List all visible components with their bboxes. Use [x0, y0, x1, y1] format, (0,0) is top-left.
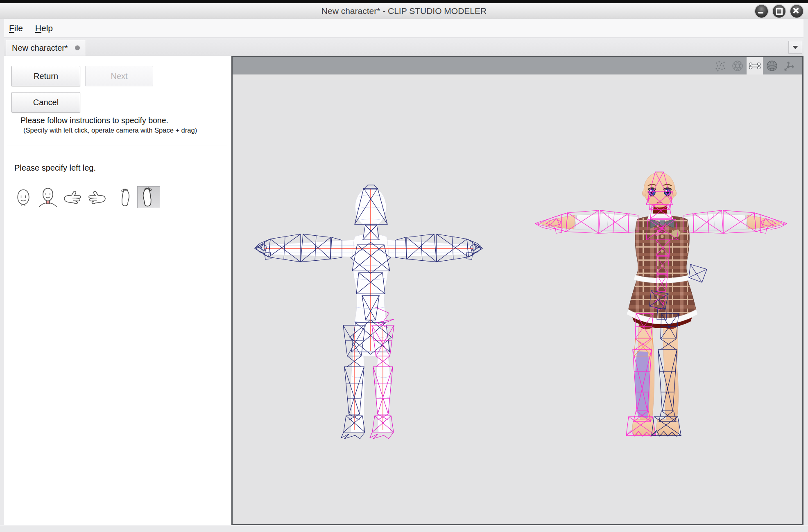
current-step-text: Please specify left leg.	[14, 163, 96, 173]
window-title: New character* - CLIP STUDIO MODELER	[0, 3, 808, 18]
shading-display-icon[interactable]	[764, 57, 780, 74]
instruction-subtext: (Specify with left click, operate camera…	[23, 126, 197, 134]
tab-list-dropdown-button[interactable]	[788, 41, 802, 54]
vertex-display-icon[interactable]	[712, 57, 729, 74]
bone-display-icon[interactable]	[747, 57, 763, 74]
viewport-canvas[interactable]	[233, 74, 802, 524]
viewport-3d[interactable]	[231, 56, 803, 525]
bodypart-neck-icon[interactable]	[38, 187, 58, 207]
maximize-button[interactable]	[772, 4, 786, 18]
menu-bar: File Help	[4, 19, 803, 38]
next-button[interactable]: Next	[85, 66, 153, 86]
maximize-icon	[776, 8, 783, 15]
instruction-text: Please follow instructions to specify bo…	[20, 116, 168, 125]
wireframe-display-icon[interactable]	[729, 57, 746, 74]
minimize-icon	[758, 12, 763, 14]
cancel-button[interactable]: Cancel	[11, 92, 80, 113]
minimize-button[interactable]	[754, 4, 769, 18]
textured-character-model[interactable]	[528, 171, 799, 445]
ear	[673, 190, 677, 196]
chevron-down-icon	[792, 46, 798, 49]
close-button[interactable]	[790, 4, 804, 18]
move-gizmo-icon[interactable]	[781, 57, 797, 74]
panel-divider	[7, 146, 227, 146]
title-bar: New character* - CLIP STUDIO MODELER	[0, 3, 808, 19]
bone-wireframe-mannequin[interactable]	[254, 184, 483, 442]
return-button[interactable]: Return	[11, 66, 80, 86]
vest-button	[661, 235, 664, 238]
menu-help[interactable]: Help	[35, 23, 53, 33]
window-controls	[754, 4, 804, 18]
bodypart-right-hand-icon[interactable]	[61, 189, 82, 206]
ear	[643, 190, 646, 196]
viewport-toolbar	[233, 57, 802, 74]
tab-modified-dot-icon	[75, 45, 80, 50]
window-bottom-frame	[0, 525, 808, 532]
bodypart-left-hand-icon[interactable]	[88, 189, 108, 206]
bodypart-head-icon[interactable]	[14, 187, 33, 207]
wizard-panel: Return Next Cancel Please follow instruc…	[4, 56, 231, 525]
tab-new-character[interactable]: New character*	[6, 40, 86, 56]
menu-file[interactable]: File	[9, 23, 23, 33]
tab-strip: New character*	[4, 38, 803, 56]
bodypart-right-foot-icon[interactable]	[117, 188, 131, 207]
bodypart-progress-row	[4, 185, 231, 210]
tab-label: New character*	[12, 43, 68, 53]
bodypart-left-foot-icon[interactable]	[137, 186, 160, 208]
app-window: New character* - CLIP STUDIO MODELER Fil…	[0, 0, 808, 532]
window-top-border	[0, 0, 808, 3]
